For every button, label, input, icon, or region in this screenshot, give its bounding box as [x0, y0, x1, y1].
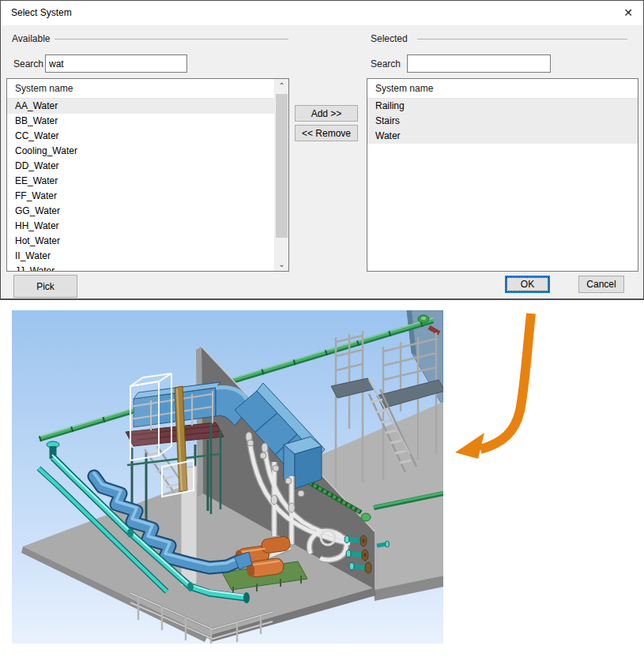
available-search-input[interactable] — [45, 54, 187, 73]
available-group-label: Available — [12, 33, 50, 44]
list-item[interactable]: Railing — [367, 99, 638, 114]
flow-arrow — [443, 304, 644, 486]
selected-group-label: Selected — [371, 33, 408, 44]
list-item[interactable]: Hot_Water — [7, 234, 275, 249]
selected-list-rows: RailingStairsWater — [367, 99, 638, 271]
ok-focus-rect — [507, 278, 548, 291]
list-item[interactable]: Stairs — [367, 114, 638, 129]
available-list-header: System name — [7, 79, 275, 99]
list-item[interactable]: II_Water — [7, 249, 275, 264]
plant-3d-view — [12, 310, 443, 644]
scroll-thumb[interactable] — [276, 94, 288, 238]
list-item[interactable]: BB_Water — [7, 114, 275, 129]
selected-list: System name RailingStairsWater — [367, 78, 638, 272]
selected-list-header: System name — [367, 79, 638, 99]
list-item[interactable]: EE_Water — [7, 174, 275, 189]
ok-button[interactable]: OK — [505, 276, 550, 293]
available-list-scrollbar[interactable]: ⌃ ⌄ — [274, 79, 288, 271]
scroll-up-icon[interactable]: ⌃ — [275, 79, 288, 92]
list-item[interactable]: Cooling_Water — [7, 144, 275, 159]
list-item[interactable]: CC_Water — [7, 129, 275, 144]
list-item[interactable]: Water — [367, 129, 638, 144]
list-item[interactable]: JJ_Water — [7, 264, 275, 271]
list-item[interactable]: HH_Water — [7, 219, 275, 234]
select-system-dialog: Select System ✕ Available Selected Searc… — [0, 0, 644, 300]
available-list: System name AA_WaterBB_WaterCC_WaterCool… — [6, 78, 289, 272]
close-icon[interactable]: ✕ — [618, 3, 638, 22]
available-group-line — [55, 39, 288, 39]
scroll-down-icon[interactable]: ⌄ — [275, 257, 288, 271]
list-item[interactable]: GG_Water — [7, 204, 275, 219]
remove-button[interactable]: << Remove — [295, 125, 358, 141]
titlebar: Select System ✕ — [1, 1, 643, 25]
green-valve-wall — [361, 513, 371, 521]
available-search-label: Search — [13, 58, 43, 69]
plant-3d-svg — [12, 310, 443, 644]
selected-group-line — [417, 39, 627, 39]
list-item[interactable]: AA_Water — [7, 99, 275, 114]
arrow-head — [455, 433, 484, 459]
list-item[interactable]: FF_Water — [7, 189, 275, 204]
dialog-title: Select System — [11, 7, 72, 18]
selected-search-input[interactable] — [407, 54, 551, 73]
selected-search-label: Search — [371, 58, 401, 69]
list-item[interactable]: DD_Water — [7, 159, 275, 174]
pick-button[interactable]: Pick — [13, 275, 77, 298]
available-list-rows: AA_WaterBB_WaterCC_WaterCooling_WaterDD_… — [7, 99, 275, 271]
cancel-button[interactable]: Cancel — [578, 276, 624, 293]
add-button[interactable]: Add >> — [295, 105, 358, 122]
arrow-shaft — [480, 313, 531, 449]
